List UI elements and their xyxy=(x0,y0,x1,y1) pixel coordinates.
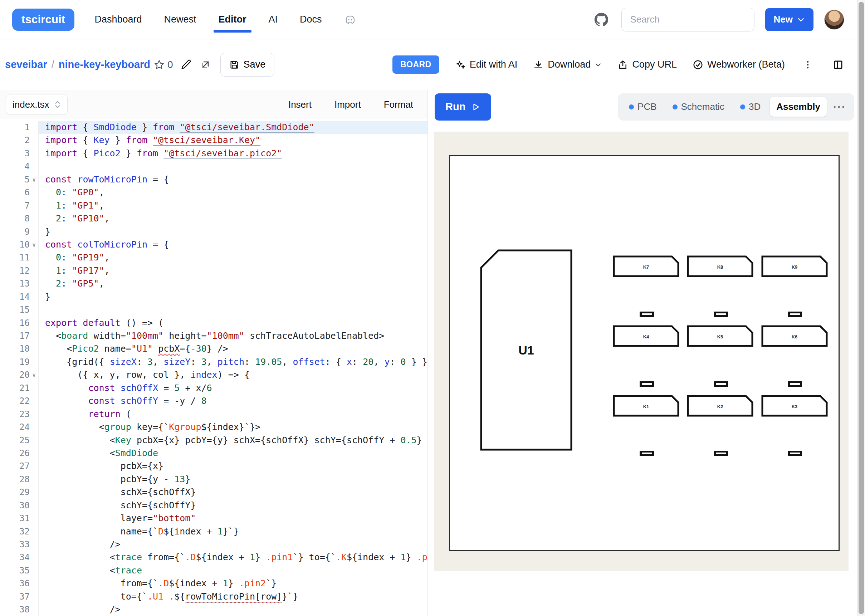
github-icon[interactable] xyxy=(592,10,611,29)
diode[interactable] xyxy=(640,381,654,387)
file-selector[interactable]: index.tsx xyxy=(6,94,68,115)
board-badge[interactable]: BOARD xyxy=(392,55,439,74)
webworker-button[interactable]: Webworker (Beta) xyxy=(692,59,785,70)
code-line[interactable]: 29 schX={schOffX} xyxy=(0,486,427,499)
code-line[interactable]: 37 to={`.U1 .${rowToMicroPin[row]}`} xyxy=(0,590,427,603)
fold-toggle-icon[interactable]: ∨ xyxy=(30,368,38,381)
code-line[interactable]: 30 schY={schOffY} xyxy=(0,499,427,512)
code-line[interactable]: 24 <group key={`Kgroup${index}`}> xyxy=(0,421,427,434)
diode[interactable] xyxy=(788,381,802,387)
code-line[interactable]: 14} xyxy=(0,291,427,303)
search-input[interactable] xyxy=(622,8,755,31)
code-line[interactable]: 36 from={`.D${index + 1} .pin2`} xyxy=(0,577,427,590)
key-K1[interactable]: K1 xyxy=(614,396,678,416)
code-line[interactable]: 5∨const rowToMicroPin = { xyxy=(0,173,427,186)
more-options-button[interactable] xyxy=(801,58,815,72)
code-line[interactable]: 32 name={`D${index + 1}`} xyxy=(0,525,427,538)
code-line[interactable]: 26 <SmdDiode xyxy=(0,447,427,460)
code-editor[interactable]: 1import { SmdDiode } from "@tsci/seveiba… xyxy=(0,119,427,616)
code-line[interactable]: 15 xyxy=(0,303,427,316)
download-button[interactable]: Download xyxy=(533,59,602,70)
code-line[interactable]: 23 return ( xyxy=(0,408,427,421)
code-line[interactable]: 17 <board width="100mm" height="100mm" s… xyxy=(0,330,427,343)
fold-toggle-icon[interactable]: ∨ xyxy=(30,238,38,251)
diode[interactable] xyxy=(788,311,802,317)
editor-pane: index.tsx InsertImportFormat 1import { S… xyxy=(0,90,428,616)
chip-U1[interactable]: U1 xyxy=(481,250,571,449)
tab-3d[interactable]: 3D xyxy=(734,97,767,116)
code-line[interactable]: 34 <trace from={`.D${index + 1} .pin1`} … xyxy=(0,551,427,564)
code-line[interactable]: 7 1: "GP1", xyxy=(0,199,427,212)
run-button[interactable]: Run xyxy=(435,93,491,121)
new-button[interactable]: New xyxy=(765,8,813,31)
diode[interactable] xyxy=(714,381,728,387)
nav-item-docs[interactable]: Docs xyxy=(300,0,322,39)
line-number: 30 xyxy=(0,499,39,512)
code-line[interactable]: 31 layer="bottom" xyxy=(0,512,427,525)
key-K2[interactable]: K2 xyxy=(688,396,752,416)
code-line[interactable]: 4 xyxy=(0,160,427,173)
tab-assembly[interactable]: Assembly xyxy=(770,97,827,116)
code-line[interactable]: 13 2: "GP5", xyxy=(0,277,427,290)
toggle-panel-button[interactable] xyxy=(830,57,846,72)
star-button[interactable]: 0 xyxy=(154,59,173,71)
nav-item-ai[interactable]: AI xyxy=(268,0,278,39)
code-line[interactable]: 20∨ ({ x, y, row, col }, index) => { xyxy=(0,368,427,381)
code-line[interactable]: 8 2: "GP10", xyxy=(0,212,427,225)
key-K3[interactable]: K3 xyxy=(762,396,827,416)
tab-schematic[interactable]: Schematic xyxy=(666,97,731,116)
key-K6[interactable]: K6 xyxy=(762,326,827,346)
code-line[interactable]: 27 pcbX={x} xyxy=(0,460,427,473)
key-K9[interactable]: K9 xyxy=(762,256,827,276)
key-K4[interactable]: K4 xyxy=(614,326,678,346)
fold-toggle-icon[interactable]: ∨ xyxy=(30,173,38,186)
diode[interactable] xyxy=(714,451,728,456)
code-line[interactable]: 38 /> xyxy=(0,603,427,616)
code-line[interactable]: 12 1: "GP17", xyxy=(0,264,427,277)
code-line[interactable]: 2import { Key } from "@tsci/seveibar.Key… xyxy=(0,134,427,147)
scrollbar-thumb[interactable] xyxy=(859,2,864,614)
nav-item-dashboard[interactable]: Dashboard xyxy=(94,0,142,39)
tabs-more-button[interactable]: ··· xyxy=(830,101,849,113)
key-K8[interactable]: K8 xyxy=(688,256,752,276)
rename-button[interactable] xyxy=(178,57,194,72)
code-line[interactable]: 9} xyxy=(0,225,427,238)
code-line[interactable]: 35 <trace xyxy=(0,564,427,577)
code-line[interactable]: 21 const schOffX = 5 + x/6 xyxy=(0,382,427,394)
open-share-button[interactable] xyxy=(198,57,213,72)
code-line[interactable]: 3import { Pico2 } from "@tsci/seveibar.p… xyxy=(0,147,427,160)
editor-menu-insert[interactable]: Insert xyxy=(288,99,312,110)
diode[interactable] xyxy=(714,311,728,317)
code-line[interactable]: 33 /> xyxy=(0,538,427,551)
editor-menu-import[interactable]: Import xyxy=(334,99,361,110)
edit-with-ai-button[interactable]: Edit with AI xyxy=(455,59,518,70)
tscircuit-logo[interactable]: tscircuit xyxy=(12,9,74,31)
code-line[interactable]: 22 const schOffY = -y / 8 xyxy=(0,394,427,407)
breadcrumb-repo[interactable]: nine-key-keyboard xyxy=(59,59,150,71)
breadcrumb-user[interactable]: seveibar xyxy=(5,59,47,71)
code-line[interactable]: 1import { SmdDiode } from "@tsci/seveiba… xyxy=(0,121,427,134)
tab-pcb[interactable]: PCB xyxy=(622,97,663,116)
key-K5[interactable]: K5 xyxy=(688,326,752,346)
code-line[interactable]: 25 <Key pcbX={x} pcbY={y} schX={schOffX}… xyxy=(0,434,427,447)
assembly-canvas[interactable]: U1K7K8K9K4K5K6K1K2K3 xyxy=(434,132,849,571)
nav-item-editor[interactable]: Editor xyxy=(218,0,246,39)
code-line[interactable]: 10∨const colToMicroPin = { xyxy=(0,238,427,251)
avatar[interactable] xyxy=(824,9,844,30)
diode[interactable] xyxy=(640,451,654,456)
diode[interactable] xyxy=(788,451,802,456)
save-button[interactable]: Save xyxy=(220,53,275,77)
copy-url-button[interactable]: Copy URL xyxy=(617,59,677,70)
code-line[interactable]: 18 <Pico2 name="U1" pcbX={-30} /> xyxy=(0,343,427,355)
key-K7[interactable]: K7 xyxy=(614,256,678,276)
code-line[interactable]: 28 pcbY={y - 13} xyxy=(0,473,427,486)
nav-item-newest[interactable]: Newest xyxy=(164,0,196,39)
editor-menu-format[interactable]: Format xyxy=(384,99,413,110)
code-line[interactable]: 16export default () => ( xyxy=(0,317,427,330)
code-line[interactable]: 19 {grid({ sizeX: 3, sizeY: 3, pitch: 19… xyxy=(0,355,427,368)
discord-icon[interactable] xyxy=(344,0,356,39)
page-scrollbar[interactable] xyxy=(857,0,865,616)
code-line[interactable]: 11 0: "GP19", xyxy=(0,251,427,264)
diode[interactable] xyxy=(640,311,654,317)
code-line[interactable]: 6 0: "GP0", xyxy=(0,186,427,199)
